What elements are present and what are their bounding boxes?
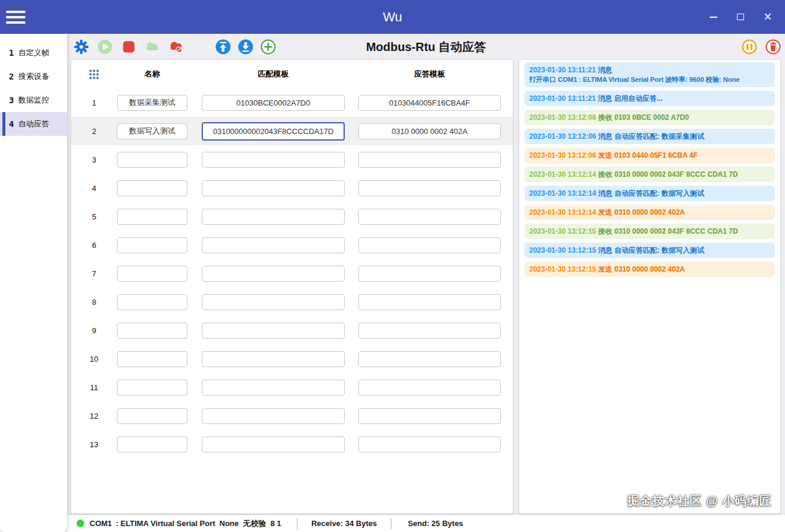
log-entry-info: 2023-01-30 13:12:15 消息 自动应答匹配: 数据写入测试 xyxy=(525,243,775,258)
menu-button[interactable] xyxy=(6,5,31,29)
table-row-9: 9 xyxy=(71,316,513,345)
reply-template-input[interactable] xyxy=(358,380,501,396)
log-time: 2023-01-30 13:12:06 xyxy=(529,132,596,141)
name-input[interactable] xyxy=(117,351,187,367)
upload-icon xyxy=(215,39,231,55)
match-template-input[interactable] xyxy=(202,351,345,367)
match-template-input[interactable] xyxy=(202,122,345,141)
name-input[interactable] xyxy=(117,180,187,196)
sidebar-item-data-monitor[interactable]: 3数据监控 xyxy=(0,88,67,112)
match-template-input[interactable] xyxy=(202,266,345,282)
match-template-input[interactable] xyxy=(202,437,345,453)
pause-log-button[interactable] xyxy=(742,39,757,55)
reply-template-input[interactable] xyxy=(358,351,501,367)
main-area: 名称 匹配模板 应答模板 12345678910111213 2023-01-3… xyxy=(67,60,785,515)
name-input[interactable] xyxy=(117,408,187,424)
row-number: 1 xyxy=(71,98,117,107)
table-row-2: 2 xyxy=(71,117,513,145)
statusbar: COM1 : ELTIMA Virtual Serial Port None 无… xyxy=(67,515,785,532)
column-header-reply: 应答模板 xyxy=(358,69,501,79)
match-template-input[interactable] xyxy=(202,152,345,168)
reply-template-input[interactable] xyxy=(358,123,501,139)
reply-template-input[interactable] xyxy=(358,266,501,282)
row-number: 13 xyxy=(71,440,117,449)
name-input[interactable] xyxy=(117,95,187,111)
table-header-row: 名称 匹配模板 应答模板 xyxy=(71,60,513,88)
log-type: 发送 xyxy=(598,151,612,160)
table-row-6: 6 xyxy=(71,231,513,259)
log-message: 启用自动应答... xyxy=(614,94,663,103)
sidebar-item-search-device[interactable]: 2搜索设备 xyxy=(0,65,67,88)
drag-grid-icon xyxy=(89,69,99,79)
table-row-12: 12 xyxy=(71,402,513,430)
reply-template-input[interactable] xyxy=(358,180,501,196)
start-button[interactable] xyxy=(97,39,113,55)
log-panel: 2023-01-30 13:11:21 消息 打开串口 COM1 : ELTIM… xyxy=(519,60,780,514)
name-input[interactable] xyxy=(117,437,187,453)
row-number: 4 xyxy=(71,184,117,193)
table-row-11: 11 xyxy=(71,373,513,402)
clear-log-button[interactable] xyxy=(765,39,781,55)
answer-table-body: 12345678910111213 xyxy=(71,88,513,458)
import-button[interactable] xyxy=(215,39,231,55)
column-header-match: 匹配模板 xyxy=(202,69,345,79)
cloud-disconnect-button[interactable] xyxy=(169,39,184,55)
reply-template-input[interactable] xyxy=(358,95,501,111)
log-message: 自动应答匹配: 数据写入测试 xyxy=(614,246,704,254)
log-time: 2023-01-30 13:12:06 xyxy=(529,151,596,160)
match-template-input[interactable] xyxy=(202,408,345,424)
reply-template-input[interactable] xyxy=(358,323,501,339)
reply-template-input[interactable] xyxy=(358,209,501,225)
log-entry-receive: 2023-01-30 13:12:14 接收 0310 0000 0002 04… xyxy=(525,167,775,182)
name-input[interactable] xyxy=(117,209,187,225)
minimize-button[interactable] xyxy=(700,5,727,30)
cloud-connect-button[interactable] xyxy=(145,39,160,55)
match-template-input[interactable] xyxy=(202,294,345,310)
match-template-input[interactable] xyxy=(202,180,345,196)
name-input[interactable] xyxy=(117,294,187,310)
log-time: 2023-01-30 13:12:14 xyxy=(529,189,596,197)
match-template-input[interactable] xyxy=(202,95,345,111)
name-input[interactable] xyxy=(117,380,187,396)
reply-template-input[interactable] xyxy=(358,408,501,424)
name-input[interactable] xyxy=(117,266,187,282)
log-time: 2023-01-30 13:12:14 xyxy=(529,170,596,179)
connection-status-dot xyxy=(77,520,84,527)
name-input[interactable] xyxy=(117,123,187,139)
row-number: 12 xyxy=(71,412,117,420)
log-entry-send: 2023-01-30 13:12:15 发送 0310 0000 0002 40… xyxy=(525,262,775,277)
reply-template-input[interactable] xyxy=(358,152,501,168)
close-button[interactable]: × xyxy=(754,5,781,30)
reply-template-input[interactable] xyxy=(358,437,501,453)
match-template-input[interactable] xyxy=(202,237,345,253)
sidebar-item-custom-frame[interactable]: 1自定义帧 xyxy=(0,41,67,65)
table-row-3: 3 xyxy=(71,145,513,174)
log-type: 消息 xyxy=(598,94,612,103)
settings-button[interactable] xyxy=(74,39,89,55)
table-row-5: 5 xyxy=(71,202,513,231)
log-type: 消息 xyxy=(598,246,612,254)
name-input[interactable] xyxy=(117,152,187,168)
log-message: 0310 0000 0002 402A xyxy=(614,208,685,216)
maximize-button[interactable] xyxy=(727,5,754,30)
name-input[interactable] xyxy=(117,237,187,253)
add-row-button[interactable] xyxy=(260,39,276,55)
log-message: 0310 0000 0002 402A xyxy=(614,265,685,273)
match-template-input[interactable] xyxy=(202,380,345,396)
sidebar: 1自定义帧2搜索设备3数据监控4自动应答 xyxy=(0,34,67,532)
log-list: 2023-01-30 13:11:21 消息 打开串口 COM1 : ELTIM… xyxy=(525,62,775,277)
table-row-4: 4 xyxy=(71,174,513,202)
table-row-10: 10 xyxy=(71,345,513,373)
pause-icon xyxy=(742,39,757,55)
download-icon xyxy=(238,39,253,55)
log-type: 接收 xyxy=(598,113,612,122)
match-template-input[interactable] xyxy=(202,323,345,339)
app-window: Wu × 1自定义帧2搜索设备3数据监控4自动应答 xyxy=(0,0,785,532)
sidebar-item-auto-answer[interactable]: 4自动应答 xyxy=(0,112,67,136)
reply-template-input[interactable] xyxy=(358,237,501,253)
match-template-input[interactable] xyxy=(202,209,345,225)
name-input[interactable] xyxy=(117,323,187,339)
export-button[interactable] xyxy=(238,39,253,55)
reply-template-input[interactable] xyxy=(358,294,501,310)
stop-button[interactable] xyxy=(121,39,136,55)
